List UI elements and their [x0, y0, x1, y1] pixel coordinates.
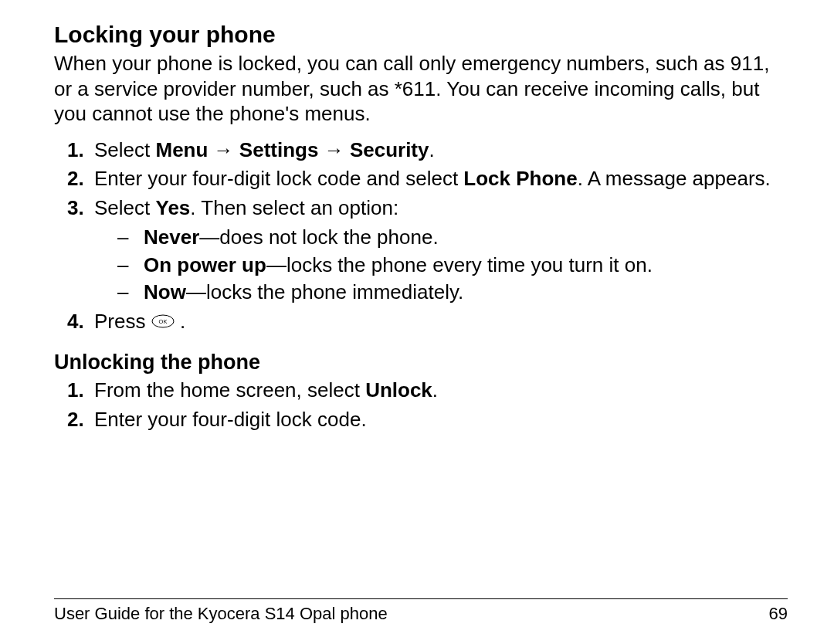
section-title-locking: Locking your phone — [54, 22, 788, 48]
step-2-end: . A message appears. — [578, 167, 771, 190]
unlocking-steps: From the home screen, select Unlock. Ent… — [54, 378, 788, 433]
option-now: Now—locks the phone immediately. — [117, 280, 788, 306]
arrow-icon: → — [318, 138, 349, 161]
section-title-unlocking: Unlocking the phone — [54, 351, 788, 375]
unlock-step-2-text: Enter your four-digit lock code. — [94, 408, 367, 431]
step-1-security: Security — [350, 138, 429, 161]
unlock-step-1-end: . — [432, 378, 438, 402]
option-now-text: —locks the phone immediately. — [186, 280, 463, 303]
step-1-settings: Settings — [239, 138, 319, 161]
unlock-step-1: From the home screen, select Unlock. — [90, 378, 788, 404]
intro-paragraph: When your phone is locked, you can call … — [54, 51, 788, 127]
option-onpowerup-text: —locks the phone every time you turn it … — [266, 253, 653, 276]
option-now-label: Now — [144, 280, 186, 303]
step-2-lockphone: Lock Phone — [463, 167, 577, 190]
step-3-yes: Yes — [156, 196, 191, 219]
step-2: Enter your four-digit lock code and sele… — [90, 166, 788, 192]
page-footer: User Guide for the Kyocera S14 Opal phon… — [54, 598, 788, 624]
option-never-text: —does not lock the phone. — [199, 225, 438, 249]
locking-steps: Select Menu → Settings → Security. Enter… — [54, 137, 788, 337]
step-4-text: Press — [94, 310, 151, 333]
step-1-menu: Menu — [156, 138, 208, 161]
arrow-icon: → — [208, 138, 239, 161]
unlock-step-1-unlock: Unlock — [365, 378, 432, 402]
unlock-step-1-text: From the home screen, select — [94, 378, 365, 402]
step-4-end: . — [175, 310, 185, 333]
step-1: Select Menu → Settings → Security. — [90, 137, 788, 164]
option-list: Never—does not lock the phone. On power … — [117, 225, 788, 306]
option-onpowerup: On power up—locks the phone every time y… — [117, 253, 788, 279]
step-3-end: . Then select an option: — [190, 196, 398, 219]
option-never-label: Never — [144, 225, 199, 249]
footer-text: User Guide for the Kyocera S14 Opal phon… — [54, 604, 388, 624]
option-never: Never—does not lock the phone. — [117, 225, 788, 251]
unlock-step-2: Enter your four-digit lock code. — [90, 407, 788, 433]
footer-page-number: 69 — [769, 604, 788, 624]
page: Locking your phone When your phone is lo… — [0, 0, 834, 644]
step-1-text: Select — [94, 138, 156, 161]
step-3-text: Select — [94, 196, 156, 219]
step-4: Press OK . — [90, 309, 788, 337]
ok-icon-label: OK — [158, 318, 167, 325]
step-2-text: Enter your four-digit lock code and sele… — [94, 167, 463, 190]
ok-button-icon: OK — [151, 310, 175, 337]
step-3: Select Yes. Then select an option: Never… — [90, 195, 788, 306]
option-onpowerup-label: On power up — [144, 253, 266, 276]
step-1-end: . — [429, 138, 434, 161]
